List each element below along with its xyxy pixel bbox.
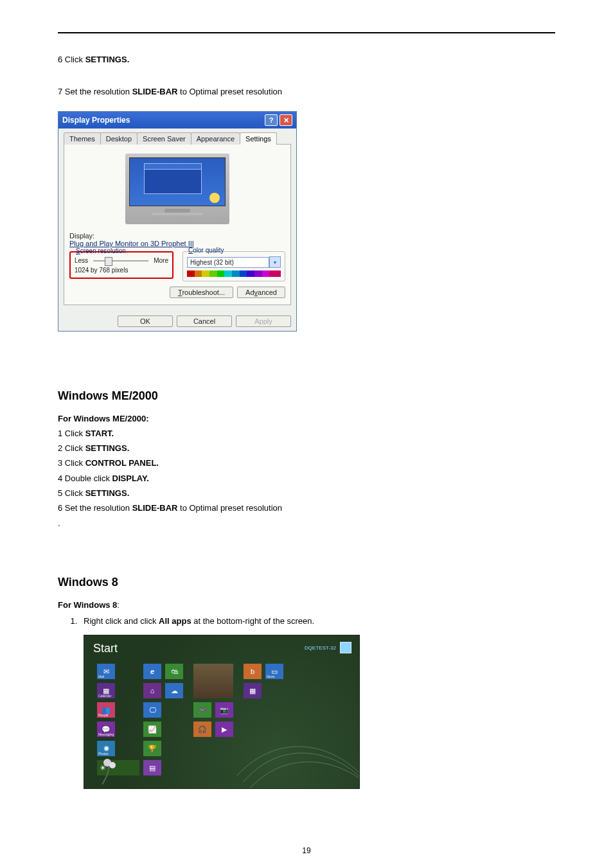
heading-win8: Windows 8	[58, 576, 555, 589]
tile-games[interactable]: 🎮	[193, 702, 211, 718]
tile-bing[interactable]: b	[244, 664, 262, 679]
tile-extra[interactable]: ▦	[244, 683, 262, 698]
camera-icon: 📷	[220, 707, 229, 714]
display-properties-screenshot: Display Properties ? ✕ Themes Desktop Sc…	[58, 111, 297, 332]
me-step-6: 6 Set the resolution SLIDE-BAR to Optima…	[58, 501, 555, 515]
res-less: Less	[75, 257, 88, 264]
step-7-prev: 7 Set the resolution SLIDE-BAR to Optima…	[58, 85, 555, 99]
messaging-icon: 💬	[102, 726, 111, 733]
top-rule	[58, 32, 555, 33]
music-icon: 🎧	[198, 726, 207, 733]
tile-mail[interactable]: ✉Mail	[97, 664, 115, 679]
sports-icon: 🏆	[148, 745, 157, 752]
tile-photo-large[interactable]	[193, 664, 233, 698]
tab-screensaver[interactable]: Screen Saver	[137, 132, 191, 145]
tile-people[interactable]: 👥People	[97, 702, 115, 718]
color-bar	[187, 270, 281, 277]
desktop-icon: 🖵	[149, 707, 156, 714]
games-icon: 🎮	[198, 707, 207, 714]
user-badge[interactable]: DQETEST-32	[305, 642, 351, 653]
tile-reader[interactable]: ▤	[143, 760, 161, 775]
tile-skydrive[interactable]: ☁	[165, 683, 183, 698]
finance-icon: 📈	[148, 726, 157, 733]
tile-photos[interactable]: ✺Photos	[97, 741, 115, 756]
trailing-dot: .	[58, 517, 555, 531]
bing-icon: b	[251, 668, 254, 675]
tile-music[interactable]: 🎧	[193, 722, 211, 737]
settings-panel: Display: Plug and Play Monitor on 3D Pro…	[64, 144, 291, 305]
ok-button[interactable]: OK	[118, 315, 173, 327]
tile-news[interactable]: ▭News	[265, 664, 283, 679]
subhead-win8: For Windows 8	[58, 600, 117, 610]
step7-suffix: to Optimal preset resolution	[177, 87, 282, 96]
tile-messaging[interactable]: 💬Messaging	[97, 722, 115, 737]
win8-step-1: Right click and click All apps at the bo…	[80, 616, 555, 626]
video-icon: ▶	[222, 726, 227, 733]
question-icon: ?	[269, 116, 274, 124]
tile-sports[interactable]: 🏆	[143, 741, 161, 756]
tile-finance[interactable]: 📈	[143, 722, 161, 737]
tab-settings[interactable]: Settings	[240, 132, 277, 145]
avatar-icon	[340, 642, 351, 653]
tab-strip: Themes Desktop Screen Saver Appearance S…	[64, 132, 291, 145]
screen-resolution-title: Screen resolution	[76, 247, 168, 254]
cloud-icon: ☁	[171, 687, 178, 695]
me-step-3: 3 Click CONTROL PANEL.	[58, 456, 555, 470]
slider-thumb[interactable]	[105, 257, 112, 266]
maps-icon: ⌂	[150, 687, 155, 695]
color-quality-title: Color quality	[188, 247, 281, 254]
close-button[interactable]: ✕	[280, 114, 292, 126]
dialog-title: Display Properties	[62, 116, 265, 125]
me-step-4: 4 Double click DISPLAY.	[58, 472, 555, 486]
news-icon: ▭	[271, 668, 278, 675]
mail-icon: ✉	[103, 668, 109, 675]
me-step-1: 1 Click START.	[58, 427, 555, 441]
subhead-me2000: For Windows ME/2000:	[58, 414, 148, 423]
step6-prefix: 6 Click	[58, 55, 85, 64]
tile-camera[interactable]: 📷	[215, 702, 233, 718]
decorative-flower	[98, 756, 120, 784]
win8-steps: Right click and click All apps at the bo…	[58, 616, 555, 626]
tile-video[interactable]: ▶	[215, 722, 233, 737]
apply-button: Apply	[236, 315, 291, 327]
help-button[interactable]: ?	[265, 114, 278, 126]
people-icon: 👥	[102, 707, 111, 714]
resolution-slider[interactable]	[93, 260, 148, 261]
tile-desktop[interactable]: 🖵	[143, 702, 161, 718]
troubleshoot-button[interactable]: Troubleshoot...	[170, 287, 233, 298]
resolution-value: 1024 by 768 pixels	[75, 267, 168, 274]
start-label: Start	[93, 642, 118, 655]
me-step-5: 5 Click SETTINGS.	[58, 486, 555, 500]
grid-icon: ▦	[249, 687, 256, 695]
reader-icon: ▤	[149, 765, 155, 772]
tile-ie[interactable]: e	[143, 664, 161, 679]
tile-store[interactable]: 🛍	[165, 664, 183, 679]
step7-bold: SLIDE-BAR	[132, 87, 178, 96]
color-quality-select[interactable]: Highest (32 bit)	[187, 257, 269, 268]
tab-appearance[interactable]: Appearance	[191, 132, 240, 145]
advanced-button[interactable]: Advanced	[237, 287, 285, 298]
step-6-prev: 6 Click SETTINGS.	[58, 53, 555, 67]
subhead-win8-colon: :	[117, 600, 120, 610]
monitor-preview	[69, 148, 285, 232]
close-icon: ✕	[283, 116, 289, 125]
cancel-button[interactable]: Cancel	[177, 315, 232, 327]
step7-prefix: 7 Set the resolution	[58, 87, 132, 96]
calendar-icon: ▦	[103, 687, 109, 695]
ie-icon: e	[150, 668, 154, 675]
win8-start-screenshot: Start DQETEST-32 ✉Mail ▦Calendar 👥People…	[84, 635, 555, 789]
tab-themes[interactable]: Themes	[64, 132, 101, 145]
step6-bold: SETTINGS.	[85, 55, 130, 64]
tile-maps[interactable]: ⌂	[143, 683, 161, 698]
display-label: Display:	[69, 232, 285, 240]
me-step-2: 2 Click SETTINGS.	[58, 441, 555, 456]
color-quality-group: Color quality Highest (32 bit) ▾	[182, 251, 285, 281]
decorative-swirl	[237, 718, 360, 789]
tab-desktop[interactable]: Desktop	[100, 132, 138, 145]
svg-point-1	[109, 762, 116, 768]
photos-icon: ✺	[103, 745, 109, 752]
chevron-down-icon[interactable]: ▾	[269, 256, 281, 268]
tile-calendar[interactable]: ▦Calendar	[97, 683, 115, 698]
page-number: 19	[0, 846, 613, 855]
user-label: DQETEST-32	[305, 645, 336, 651]
